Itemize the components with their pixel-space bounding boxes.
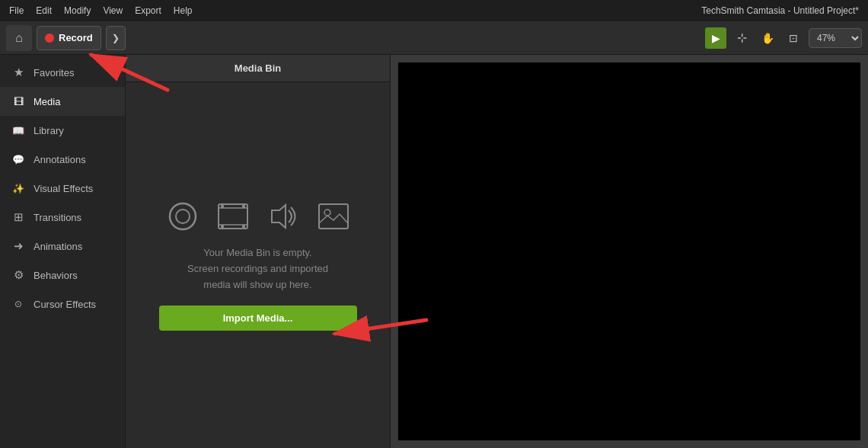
toolbar-right: ▶ ⊹ ✋ ⊡ 47% 25% 50% 75% 100% [705,27,862,49]
svg-point-1 [176,210,190,223]
select-tool-button[interactable]: ▶ [705,27,726,49]
empty-text: Your Media Bin is empty. Screen recordin… [187,245,328,293]
image-placeholder-icon [317,200,350,233]
panel-header: Media Bin [126,55,390,82]
menu-bar[interactable]: File Edit Modify View Export Help [9,5,193,16]
record-chevron-button[interactable]: ❯ [106,26,126,50]
panel-body: Your Media Bin is empty. Screen recordin… [126,82,390,448]
window-title: TechSmith Camtasia - Untitled Project* [701,5,859,16]
home-button[interactable]: ⌂ [6,25,32,51]
panel-title: Media Bin [235,62,281,74]
hand-icon: ✋ [761,32,774,44]
sidebar-item-media[interactable]: 🎞 Media [0,87,125,116]
media-icons-row [166,200,350,233]
film-placeholder-icon [216,200,250,233]
visual-effects-icon: ✨ [11,181,26,196]
svg-rect-9 [319,204,348,229]
svg-point-0 [170,203,196,229]
empty-line3: media will show up here. [187,277,328,293]
sidebar-item-library[interactable]: 📖 Library [0,116,125,145]
menu-edit[interactable]: Edit [36,5,52,16]
main-layout: ★ Favorites 🎞 Media 📖 Library 💬 Annotati… [0,55,868,448]
library-icon: 📖 [11,123,26,138]
sidebar-item-visual-effects[interactable]: ✨ Visual Effects [0,174,125,203]
svg-point-10 [324,210,330,216]
canvas-black [398,62,860,440]
menu-modify[interactable]: Modify [64,5,91,16]
hand-tool-button[interactable]: ✋ [757,27,778,49]
chevron-right-icon: ❯ [112,33,120,43]
sidebar-item-transitions[interactable]: ⊞ Transitions [0,203,125,232]
canvas-area [391,55,868,448]
select-icon: ▶ [712,32,720,44]
annotations-icon: 💬 [11,152,26,167]
empty-line2: Screen recordings and imported [187,261,328,277]
behaviors-icon: ⚙ [11,267,26,283]
media-bin-panel: Media Bin [126,55,391,448]
zoom-select[interactable]: 47% 25% 50% 75% 100% [809,28,862,48]
transform-tool-button[interactable]: ⊹ [731,27,752,49]
svg-rect-4 [221,205,224,208]
svg-rect-7 [242,225,245,228]
sidebar-label-behaviors: Behaviors [34,270,78,281]
svg-marker-8 [272,205,286,228]
sidebar-label-cursor-effects: Cursor Effects [34,299,96,310]
record-placeholder-icon [166,200,199,233]
import-media-button[interactable]: Import Media... [159,306,357,331]
svg-rect-6 [221,225,224,228]
sidebar-label-animations: Animations [34,241,82,252]
crop-tool-button[interactable]: ⊡ [783,27,804,49]
sidebar-label-annotations: Annotations [34,154,86,165]
transitions-icon: ⊞ [11,210,26,225]
sidebar: ★ Favorites 🎞 Media 📖 Library 💬 Annotati… [0,55,126,448]
sidebar-label-favorites: Favorites [34,67,74,78]
toolbar: ⌂ Record ❯ ▶ ⊹ ✋ ⊡ 47% 25% 50% 75% 100% [0,21,868,55]
sidebar-label-visual-effects: Visual Effects [34,183,93,194]
animations-icon: ➜ [11,238,26,254]
media-icon: 🎞 [11,94,26,109]
sidebar-label-transitions: Transitions [34,212,81,223]
sidebar-item-behaviors[interactable]: ⚙ Behaviors [0,261,125,290]
svg-rect-5 [242,205,245,208]
menu-export[interactable]: Export [135,5,161,16]
sidebar-item-cursor-effects[interactable]: ⊙ Cursor Effects [0,290,125,318]
title-bar: File Edit Modify View Export Help TechSm… [0,0,868,21]
audio-placeholder-icon [266,200,300,233]
menu-file[interactable]: File [9,5,24,16]
empty-line1: Your Media Bin is empty. [187,245,328,261]
record-label: Record [59,32,93,43]
sidebar-label-library: Library [34,125,64,136]
svg-rect-3 [219,208,247,225]
home-icon: ⌂ [15,31,23,45]
transform-icon: ⊹ [737,30,747,45]
sidebar-item-animations[interactable]: ➜ Animations [0,232,125,261]
record-dot-icon [45,34,54,43]
record-button[interactable]: Record [37,26,101,50]
favorites-icon: ★ [11,65,26,80]
crop-icon: ⊡ [789,32,798,44]
sidebar-item-annotations[interactable]: 💬 Annotations [0,145,125,174]
menu-view[interactable]: View [103,5,123,16]
sidebar-item-favorites[interactable]: ★ Favorites [0,58,125,87]
sidebar-label-media: Media [34,96,60,107]
cursor-effects-icon: ⊙ [11,296,26,312]
menu-help[interactable]: Help [174,5,193,16]
